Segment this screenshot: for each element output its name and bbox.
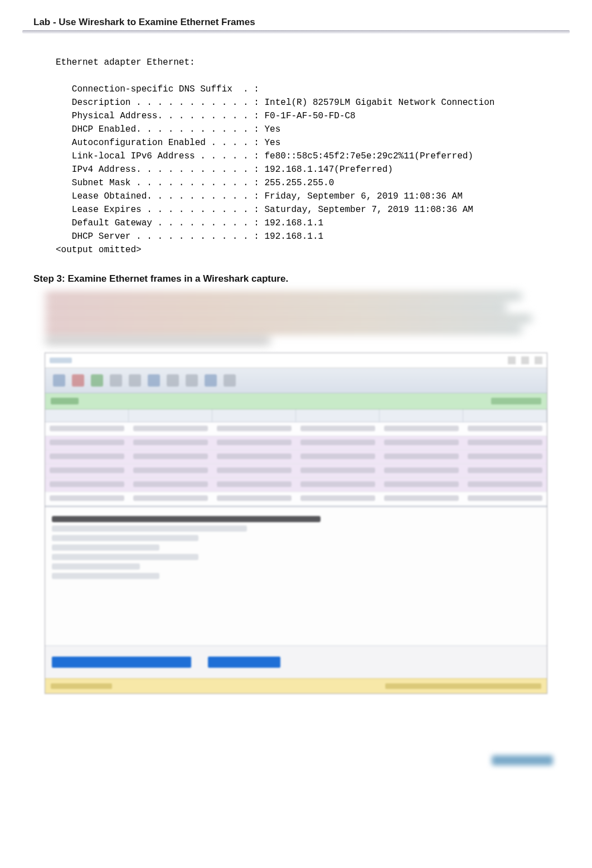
packet-row[interactable] <box>45 492 547 506</box>
terminal-output: Ethernet adapter Ethernet: Connection-sp… <box>56 56 570 257</box>
minimize-icon[interactable] <box>508 356 516 364</box>
packet-row[interactable] <box>45 436 547 450</box>
blurred-paragraph <box>45 292 547 345</box>
toolbar-icon[interactable] <box>148 374 160 387</box>
packet-bytes-pane[interactable] <box>45 645 547 678</box>
packet-row[interactable] <box>45 422 547 436</box>
footer-blurred <box>22 755 570 765</box>
term-line-7-label: Subnet Mask . . . . . . . . . . . : <box>72 178 259 188</box>
toolbar-icon[interactable] <box>205 374 217 387</box>
packet-row[interactable] <box>45 464 547 478</box>
wireshark-window <box>45 353 547 694</box>
maximize-icon[interactable] <box>521 356 529 364</box>
toolbar-icon[interactable] <box>224 374 236 387</box>
packet-list-header <box>45 409 547 422</box>
page-header: Lab - Use Wireshark to Examine Ethernet … <box>22 17 570 33</box>
toolbar-icon[interactable] <box>72 374 84 387</box>
term-line-6-label: IPv4 Address. . . . . . . . . . . : <box>72 165 259 175</box>
term-line-8-label: Lease Obtained. . . . . . . . . . : <box>72 191 259 201</box>
packet-details-pane[interactable] <box>45 506 547 645</box>
term-line-3-value: Yes <box>264 124 280 134</box>
term-line-8-value: Friday, September 6, 2019 11:08:36 AM <box>264 191 462 201</box>
filter-expression-button[interactable] <box>491 398 541 404</box>
blurred-content-region <box>45 292 547 694</box>
terminal-omitted: <output omitted> <box>56 245 142 255</box>
toolbar-icon[interactable] <box>53 374 65 387</box>
hex-selection <box>208 657 280 668</box>
term-line-2-label: Physical Address. . . . . . . . . : <box>72 111 259 121</box>
status-bar <box>45 678 547 693</box>
terminal-section-title: Ethernet adapter Ethernet: <box>56 57 195 67</box>
term-line-7-value: 255.255.255.0 <box>264 178 334 188</box>
packet-row[interactable] <box>45 450 547 464</box>
packet-list[interactable] <box>45 422 547 506</box>
term-line-0-label: Connection-specific DNS Suffix . : <box>72 84 259 94</box>
window-titlebar <box>45 353 547 368</box>
term-line-5-value: fe80::58c5:45f2:7e5e:29c2%11(Preferred) <box>264 151 473 161</box>
page-title: Lab - Use Wireshark to Examine Ethernet … <box>22 17 570 28</box>
display-filter-bar[interactable] <box>45 393 547 409</box>
term-line-3-label: DHCP Enabled. . . . . . . . . . . : <box>72 124 259 134</box>
toolbar-icon[interactable] <box>167 374 179 387</box>
window-title-text <box>50 358 72 363</box>
term-line-4-label: Autoconfiguration Enabled . . . . : <box>72 138 259 148</box>
hex-selection <box>52 657 191 668</box>
term-line-6-value: 192.168.1.147(Preferred) <box>264 165 392 175</box>
step-heading: Step 3: Examine Ethernet frames in a Wir… <box>33 273 570 284</box>
term-line-10-value: 192.168.1.1 <box>264 218 323 228</box>
term-line-1-value: Intel(R) 82579LM Gigabit Network Connect… <box>264 98 494 108</box>
toolbar-icon[interactable] <box>129 374 141 387</box>
filter-text <box>51 398 79 404</box>
packet-row[interactable] <box>45 478 547 492</box>
status-right <box>385 683 541 689</box>
term-line-2-value: F0-1F-AF-50-FD-C8 <box>264 111 355 121</box>
term-line-1-label: Description . . . . . . . . . . . : <box>72 98 259 108</box>
status-left <box>51 683 112 689</box>
term-line-10-label: Default Gateway . . . . . . . . . : <box>72 218 259 228</box>
toolbar-icon[interactable] <box>110 374 122 387</box>
header-divider <box>22 30 570 33</box>
term-line-11-value: 192.168.1.1 <box>264 232 323 242</box>
close-icon[interactable] <box>535 356 542 364</box>
term-line-9-value: Saturday, September 7, 2019 11:08:36 AM <box>264 205 473 215</box>
term-line-11-label: DHCP Server . . . . . . . . . . . : <box>72 232 259 242</box>
toolbar <box>45 368 547 393</box>
term-line-9-label: Lease Expires . . . . . . . . . . : <box>72 205 259 215</box>
term-line-5-label: Link-local IPv6 Address . . . . . : <box>72 151 259 161</box>
toolbar-icon[interactable] <box>186 374 198 387</box>
toolbar-icon[interactable] <box>91 374 103 387</box>
term-line-4-value: Yes <box>264 138 280 148</box>
